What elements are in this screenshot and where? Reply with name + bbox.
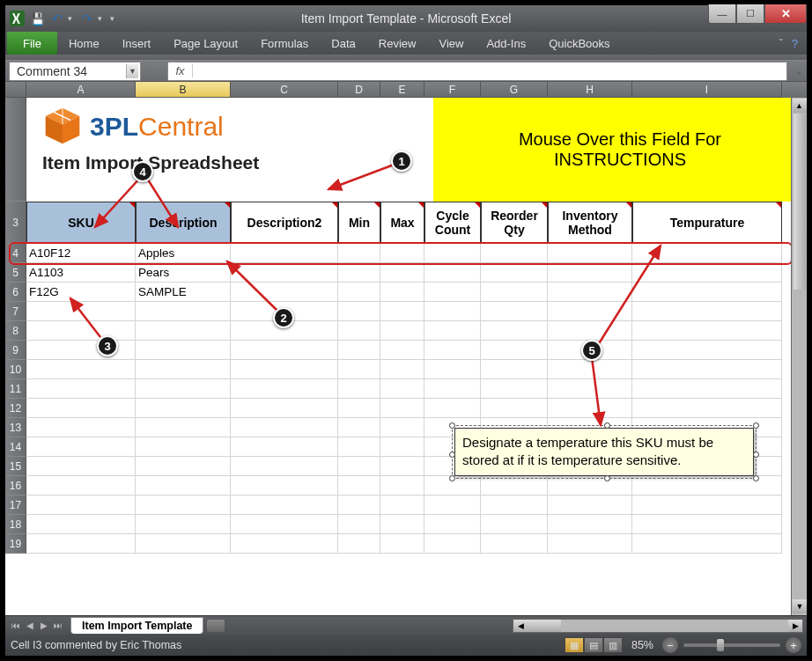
cell-e11[interactable] bbox=[380, 379, 424, 399]
col-header-b[interactable]: B bbox=[136, 82, 231, 98]
cell-d18[interactable] bbox=[338, 515, 380, 534]
sheet-tab-active[interactable]: Item Import Template bbox=[70, 617, 203, 634]
cell-b13[interactable] bbox=[136, 418, 231, 437]
ribbon-collapse-icon[interactable]: ˇ bbox=[779, 37, 782, 50]
cell-c18[interactable] bbox=[231, 515, 338, 534]
col-header-c[interactable]: C bbox=[231, 82, 338, 98]
cell-d13[interactable] bbox=[338, 418, 380, 437]
cell-a10[interactable] bbox=[26, 360, 136, 379]
row-header-3[interactable]: 3 bbox=[5, 202, 26, 244]
sheet-nav-prev-icon[interactable]: ◀ bbox=[23, 619, 37, 633]
cell-e4[interactable] bbox=[380, 244, 424, 263]
col-header-h[interactable]: H bbox=[548, 82, 632, 98]
excel-icon[interactable] bbox=[10, 10, 27, 27]
cell-h16[interactable] bbox=[548, 476, 632, 496]
cell-f10[interactable] bbox=[424, 360, 481, 379]
cell-i4[interactable] bbox=[632, 244, 782, 263]
cell-a8[interactable] bbox=[26, 321, 136, 341]
cell-h19[interactable] bbox=[548, 534, 632, 554]
scroll-left-icon[interactable]: ◀ bbox=[513, 620, 528, 632]
cell-g12[interactable] bbox=[481, 399, 548, 418]
undo-icon[interactable]: ↶ bbox=[48, 10, 66, 27]
cell-c16[interactable] bbox=[231, 476, 338, 496]
row-header-8[interactable]: 8 bbox=[5, 321, 26, 341]
comment-tooltip[interactable]: Designate a temperature this SKU must be… bbox=[454, 428, 754, 476]
zoom-in-button[interactable]: + bbox=[786, 637, 801, 653]
cell-d5[interactable] bbox=[338, 263, 380, 283]
cell-e18[interactable] bbox=[380, 515, 424, 534]
col-header-i[interactable]: I bbox=[632, 82, 782, 98]
cell-h5[interactable] bbox=[548, 263, 632, 283]
cell-h8[interactable] bbox=[548, 321, 632, 341]
cell-f19[interactable] bbox=[424, 534, 481, 554]
cell-i19[interactable] bbox=[632, 534, 782, 554]
cell-g11[interactable] bbox=[481, 379, 548, 399]
cell-c17[interactable] bbox=[231, 496, 338, 515]
cell-d11[interactable] bbox=[338, 379, 380, 399]
row-header-15[interactable]: 15 bbox=[5, 457, 26, 476]
cell-e7[interactable] bbox=[380, 302, 424, 321]
scroll-right-icon[interactable]: ▶ bbox=[788, 620, 802, 632]
cell-g7[interactable] bbox=[481, 302, 548, 321]
cell-e8[interactable] bbox=[380, 321, 424, 341]
cell-i16[interactable] bbox=[632, 476, 782, 496]
header-description2[interactable]: Description2 bbox=[231, 202, 338, 244]
cell-e13[interactable] bbox=[380, 418, 424, 437]
row-header-10[interactable]: 10 bbox=[5, 360, 26, 379]
cell-a19[interactable] bbox=[26, 534, 136, 554]
cell-a17[interactable] bbox=[26, 496, 136, 515]
cell-i7[interactable] bbox=[632, 302, 782, 321]
cell-i17[interactable] bbox=[632, 496, 782, 515]
maximize-button[interactable]: ☐ bbox=[736, 4, 764, 24]
cell-e9[interactable] bbox=[380, 341, 424, 360]
sheet-nav-last-icon[interactable]: ⏭ bbox=[51, 619, 65, 633]
cell-a4[interactable]: A10F12 bbox=[26, 244, 136, 263]
cell-g10[interactable] bbox=[481, 360, 548, 379]
cell-f12[interactable] bbox=[424, 399, 481, 418]
scroll-down-icon[interactable]: ▼ bbox=[793, 599, 807, 613]
cell-d4[interactable] bbox=[338, 244, 380, 263]
undo-dropdown-icon[interactable]: ▾ bbox=[68, 14, 77, 23]
cell-g8[interactable] bbox=[481, 321, 548, 341]
cell-f16[interactable] bbox=[424, 476, 481, 496]
cell-c5[interactable] bbox=[231, 263, 338, 283]
cell-i10[interactable] bbox=[632, 360, 782, 379]
header-sku[interactable]: SKU bbox=[26, 202, 136, 244]
row-header-17[interactable]: 17 bbox=[5, 496, 26, 515]
qat-customize-icon[interactable]: ▾ bbox=[110, 14, 119, 23]
zoom-out-button[interactable]: − bbox=[662, 637, 678, 653]
cell-c14[interactable] bbox=[231, 437, 338, 457]
cell-d17[interactable] bbox=[338, 496, 380, 515]
cell-i11[interactable] bbox=[632, 379, 782, 399]
zoom-level[interactable]: 85% bbox=[631, 639, 653, 651]
cell-a9[interactable] bbox=[26, 341, 136, 360]
cell-d12[interactable] bbox=[338, 399, 380, 418]
cell-d16[interactable] bbox=[338, 476, 380, 496]
row-header-5[interactable]: 5 bbox=[5, 263, 26, 283]
cell-f9[interactable] bbox=[424, 341, 481, 360]
row-header-18[interactable]: 18 bbox=[5, 515, 26, 534]
cell-f8[interactable] bbox=[424, 321, 481, 341]
cell-b18[interactable] bbox=[136, 515, 231, 534]
hscroll-thumb[interactable] bbox=[528, 620, 561, 632]
cell-c6[interactable] bbox=[231, 283, 338, 302]
redo-dropdown-icon[interactable]: ▾ bbox=[98, 14, 107, 23]
tab-insert[interactable]: Insert bbox=[111, 32, 163, 55]
cell-f5[interactable] bbox=[424, 263, 481, 283]
cell-a5[interactable]: A1103 bbox=[26, 263, 136, 283]
col-header-f[interactable]: F bbox=[424, 82, 481, 98]
header-reorder-qty[interactable]: Reorder Qty bbox=[481, 202, 548, 244]
cell-a13[interactable] bbox=[26, 418, 136, 437]
col-header-e[interactable]: E bbox=[380, 82, 424, 98]
cell-b19[interactable] bbox=[136, 534, 231, 554]
zoom-slider[interactable] bbox=[683, 643, 780, 647]
cell-b15[interactable] bbox=[136, 457, 231, 476]
cell-b5[interactable]: Pears bbox=[136, 263, 231, 283]
col-header-d[interactable]: D bbox=[338, 82, 380, 98]
minimize-button[interactable]: — bbox=[708, 4, 736, 24]
cell-i9[interactable] bbox=[632, 341, 782, 360]
cell-d7[interactable] bbox=[338, 302, 380, 321]
row-header-19[interactable]: 19 bbox=[5, 534, 26, 554]
cell-a15[interactable] bbox=[26, 457, 136, 476]
row-header-11[interactable]: 11 bbox=[5, 379, 26, 399]
